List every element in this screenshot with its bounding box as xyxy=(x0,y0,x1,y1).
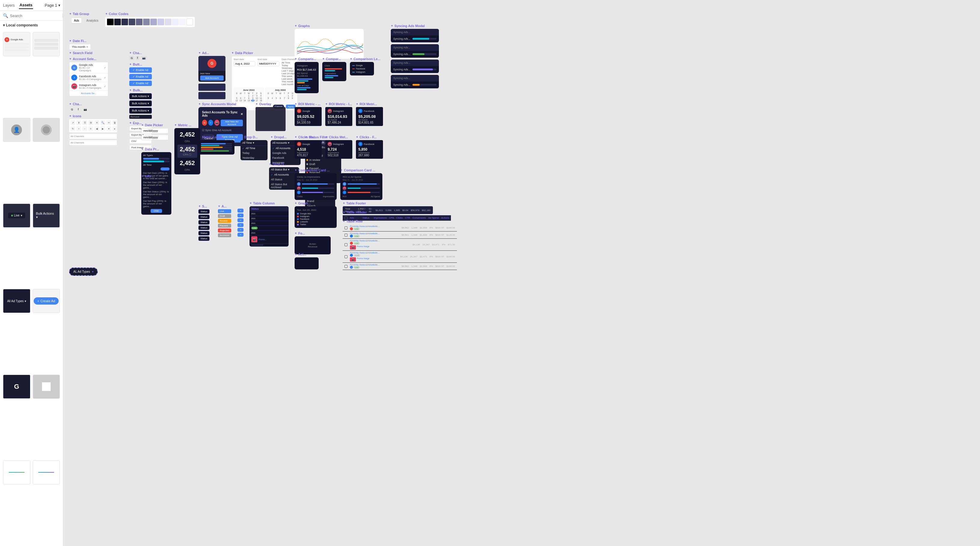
row4-conv: $000.97 xyxy=(435,255,444,258)
component-ad-types[interactable]: All Ad Types ▾ xyxy=(3,289,30,313)
component-avatar[interactable]: 👤 xyxy=(3,118,30,142)
search-field-section: Search Field Account Sele... G Google Ad… xyxy=(69,51,108,97)
bulk-action-2[interactable]: Bulk Actions ▾ xyxy=(129,100,152,107)
action-btn-4[interactable]: + xyxy=(237,223,243,227)
s-btn-6[interactable]: Status xyxy=(199,236,210,241)
account-selector[interactable]: G Google Ads $1.0k • 12 Campaigns ✓ f Fa… xyxy=(69,62,108,97)
component-bulk-actions[interactable]: Bulk Actions ▾ xyxy=(33,204,60,228)
table-header-section: Table Header Ads Status Impressions CPA … xyxy=(343,210,451,221)
bulk-action-3[interactable]: Bulk Actions ▾ xyxy=(129,108,152,114)
close-modal-icon[interactable]: ✕ xyxy=(240,113,243,116)
local-components-header[interactable]: ▾ Local components xyxy=(0,21,63,30)
component-white-square[interactable] xyxy=(33,375,60,399)
tab-assets[interactable]: Assets xyxy=(19,2,33,9)
action-btn-1[interactable]: + xyxy=(237,209,243,213)
table-row-4[interactable]: Proximity://www.somewebsite.... Draft 📷 … xyxy=(343,251,457,263)
table-row-3[interactable]: Proximity://www.somewebsite.... Live 📷 P… xyxy=(343,239,457,251)
chevron-down-icon: ▾ xyxy=(58,3,60,8)
act-label: Act... xyxy=(294,253,319,256)
roi-facebook-card: f Facebook $5,205.08 Ad Spend $14,601.65 xyxy=(356,107,383,126)
component-google-ads-list[interactable]: G Google Ads xyxy=(3,32,30,56)
page-selector[interactable]: Page 1 ▾ xyxy=(45,3,60,8)
sidebar-tabs: Layers Assets Page 1 ▾ xyxy=(0,0,63,11)
tab-layers[interactable]: Layers xyxy=(2,2,15,9)
enable-button-3[interactable]: ✓ Enable Ad xyxy=(129,81,152,86)
clicks-facebook-card: f Facebook 5,850 Impressions 267,680 xyxy=(356,140,383,159)
clicks-google-value: 470,817 xyxy=(297,154,319,157)
header-checkbox[interactable] xyxy=(345,216,347,220)
table-row-2[interactable]: Proximity://www.somewebsite.... Live $6,… xyxy=(343,231,457,239)
sync-avatar-3: 📷 xyxy=(214,119,220,126)
graphs-section: Graphs xyxy=(294,24,364,59)
table-row-1[interactable]: Proximity://www.somewebsite.... Live $6,… xyxy=(343,224,457,231)
row5-spend: $100.00 xyxy=(446,265,455,267)
row3-checkbox[interactable] xyxy=(345,243,347,246)
row2-cpa: 1,348 xyxy=(411,234,417,236)
clicks-facebook-value: 267,680 xyxy=(358,154,380,157)
s-btn-3[interactable]: Status xyxy=(199,220,210,224)
plus-section: + + + + + + xyxy=(237,204,243,237)
component-teal-line-2[interactable] xyxy=(33,460,60,484)
accounts-se-row[interactable]: Accounts Se... xyxy=(70,91,108,96)
dropdown-item-alltime[interactable]: ✓ All Time xyxy=(240,146,267,151)
component-list-items[interactable] xyxy=(33,32,60,56)
row5-name: Proximity://www.somewebsite.... xyxy=(350,264,380,266)
dropdown-item-yesterday[interactable]: Yesterday xyxy=(240,156,267,160)
account-row-instagram[interactable]: 📷 Instagram Ads $1.0k • 5 Campaigns ✓ xyxy=(70,82,108,91)
component-teal-line-1[interactable] xyxy=(3,460,30,484)
syncing-header-2: Syncing Ads... xyxy=(391,44,439,51)
row2-checkbox[interactable] xyxy=(345,234,347,237)
component-g-dark[interactable]: G xyxy=(3,375,30,399)
s-btn-2[interactable]: Status xyxy=(199,215,210,219)
check-icon-3: ✓ xyxy=(104,85,106,88)
s-btn-4[interactable]: Status xyxy=(199,226,210,230)
search-input[interactable] xyxy=(10,14,60,18)
icon-11: − xyxy=(83,126,87,131)
account-row-google[interactable]: G Google Ads $1.0k • 12 Campaigns ✓ xyxy=(70,62,108,73)
row5-checkbox[interactable] xyxy=(345,265,347,268)
add-account-btn[interactable]: Add Account xyxy=(200,75,224,81)
icon-6: 🔍 xyxy=(100,120,105,125)
row1-checkbox[interactable] xyxy=(345,226,347,229)
icon-9: ↻ xyxy=(70,126,75,131)
enable-button[interactable]: ✓ Enable Ad xyxy=(129,67,152,73)
data-picker-label: Data Picker xyxy=(231,51,298,55)
info-ok-btn[interactable]: ONK xyxy=(151,209,162,213)
row2-ctr: 8% xyxy=(430,234,433,236)
enable-button-2[interactable]: ✓ Enable Ad xyxy=(129,74,152,80)
main-canvas[interactable]: Tab Group Ads Analytics Color Codes xyxy=(63,0,980,546)
action-btn-6[interactable]: + xyxy=(237,233,243,237)
clicks1-label: Clicks Me... xyxy=(294,135,321,139)
s-btn-1[interactable]: Status xyxy=(199,209,210,214)
bulk-action-1[interactable]: Bulk Actions ▾ xyxy=(129,93,152,99)
account-row-facebook[interactable]: f Facebook Ads $1.0k • 8 Campaigns ✓ xyxy=(70,73,108,82)
action-btn-2[interactable]: + xyxy=(237,213,243,217)
row3-cpa: 26,347 xyxy=(422,243,430,246)
roi1-label: ROI Metric - ... xyxy=(294,102,321,106)
date-picker-lower-label: Date Picker xyxy=(141,123,169,127)
clicks-google-card: G Google 4,518 Impressions 470,817 xyxy=(294,140,321,159)
action-btn-5[interactable]: + xyxy=(237,228,243,232)
apply-date-button[interactable]: Apply xyxy=(286,105,296,108)
row2-imp: $6,961 xyxy=(402,234,409,236)
date-filter-section: Date Fi... This month ▾ xyxy=(69,39,91,50)
metric-loader-section: Metric Loader xyxy=(199,135,234,154)
comparison2-label: Compar... xyxy=(322,57,346,61)
add-new-account-btn[interactable]: Add New Ad Account xyxy=(221,119,243,126)
status-draft[interactable]: Draft xyxy=(305,162,341,166)
row1-name: Proximity://www.somewebsite.... xyxy=(350,225,380,227)
ad-section: Ad... G Add New Add Account xyxy=(199,51,226,99)
row5-ctr: 8% xyxy=(430,265,433,267)
action-btn-3[interactable]: + xyxy=(237,218,243,222)
component-live-button[interactable]: Live ▾ xyxy=(3,204,30,228)
roi-instagram-card: 📷 Instagram $16,014.93 Ad Spend $7,486.2… xyxy=(325,107,352,126)
search-icon: 🔍 xyxy=(3,13,8,18)
component-g-avatar-dark[interactable] xyxy=(33,118,60,142)
clicks-google-impressions: 4,518 xyxy=(297,147,319,151)
metric-label: Metric ... xyxy=(174,123,200,127)
dropdown-item-today[interactable]: Today xyxy=(240,151,267,156)
s-btn-5[interactable]: Status xyxy=(199,231,210,236)
row4-checkbox[interactable] xyxy=(345,255,347,258)
table-row-5[interactable]: Proximity://www.somewebsite.... Live $6,… xyxy=(343,263,457,270)
component-create-ad[interactable]: + Create Ad xyxy=(33,289,60,313)
